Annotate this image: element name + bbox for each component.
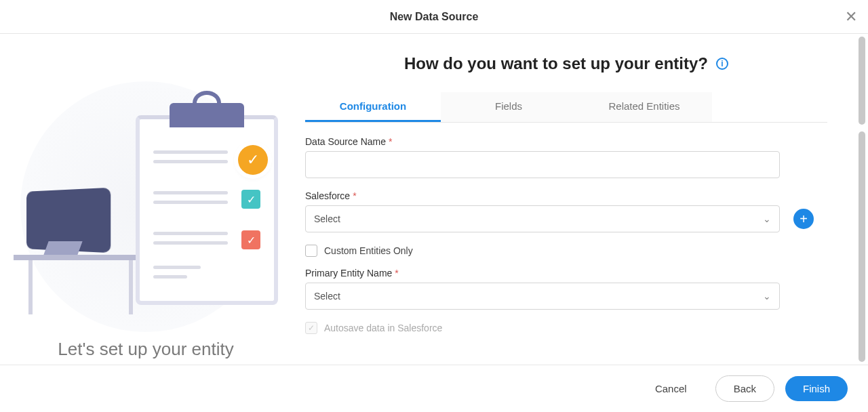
check-square-icon: ✓ xyxy=(241,230,260,249)
label-text: Primary Entity Name xyxy=(305,268,392,279)
left-caption: Let's set up your entity xyxy=(58,339,233,360)
scrollbar-thumb[interactable] xyxy=(859,131,865,362)
page-heading: How do you want to set up your entity? xyxy=(404,54,708,73)
autosave-label: Autosave data in Salesforce xyxy=(324,323,442,333)
back-button[interactable]: Back xyxy=(715,375,774,402)
data-source-name-input[interactable] xyxy=(305,151,780,178)
chevron-down-icon: ⌄ xyxy=(763,291,771,302)
salesforce-group: Salesforce* Select ⌄ + xyxy=(305,190,827,232)
scrollbar-thumb[interactable] xyxy=(859,37,865,125)
tab-fields[interactable]: Fields xyxy=(441,92,576,122)
checkbox-icon[interactable] xyxy=(305,245,317,257)
custom-entities-label: Custom Entities Only xyxy=(324,245,413,256)
tab-configuration[interactable]: Configuration xyxy=(305,92,441,122)
info-icon[interactable]: i xyxy=(716,58,728,70)
salesforce-label: Salesforce* xyxy=(305,190,827,201)
custom-entities-checkbox-row[interactable]: Custom Entities Only xyxy=(305,245,827,257)
check-circle-icon: ✓ xyxy=(238,145,268,175)
scrollbar[interactable] xyxy=(859,37,865,362)
tab-related-entities[interactable]: Related Entities xyxy=(576,92,712,122)
cancel-button[interactable]: Cancel xyxy=(637,376,705,401)
select-value: Select xyxy=(314,213,340,224)
add-salesforce-button[interactable]: + xyxy=(793,209,814,229)
check-square-icon: ✓ xyxy=(241,190,260,209)
close-icon[interactable]: ✕ xyxy=(845,9,857,24)
dialog-footer: Cancel Back Finish xyxy=(0,365,868,412)
checkbox-checked-disabled-icon: ✓ xyxy=(305,322,317,334)
left-panel: ✓ ✓ ✓ Let's set up your entity xyxy=(0,34,292,365)
finish-button[interactable]: Finish xyxy=(785,376,848,401)
heading-row: How do you want to set up your entity? i xyxy=(305,54,827,73)
data-source-name-label: Data Source Name* xyxy=(305,136,827,147)
dialog-title: New Data Source xyxy=(390,11,479,23)
label-text: Salesforce xyxy=(305,190,350,201)
primary-entity-group: Primary Entity Name* Select ⌄ xyxy=(305,268,827,310)
right-panel: How do you want to set up your entity? i… xyxy=(292,34,868,365)
autosave-checkbox-row: ✓ Autosave data in Salesforce xyxy=(305,322,827,334)
salesforce-select[interactable]: Select ⌄ xyxy=(305,205,780,232)
select-value: Select xyxy=(314,291,340,302)
chevron-down-icon: ⌄ xyxy=(763,213,771,224)
dialog-header: New Data Source ✕ xyxy=(0,0,868,34)
label-text: Data Source Name xyxy=(305,136,386,147)
clipboard-icon: ✓ ✓ ✓ xyxy=(136,115,278,305)
primary-entity-select[interactable]: Select ⌄ xyxy=(305,283,780,310)
data-source-name-group: Data Source Name* xyxy=(305,136,827,178)
primary-entity-label: Primary Entity Name* xyxy=(305,268,827,279)
dialog-body: ✓ ✓ ✓ Let's set up your entity How do yo… xyxy=(0,34,868,365)
illustration: ✓ ✓ ✓ xyxy=(14,54,278,318)
tabs: Configuration Fields Related Entities xyxy=(305,92,827,123)
